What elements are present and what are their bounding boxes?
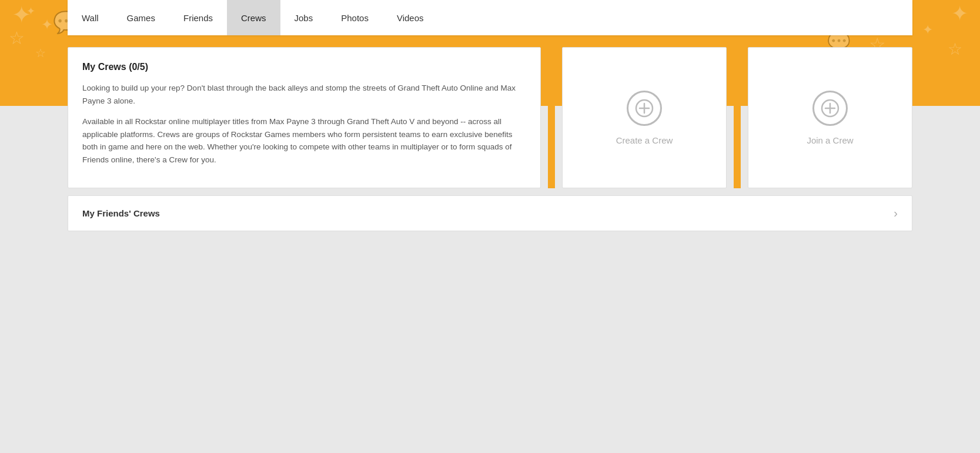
join-crew-icon [812, 91, 848, 126]
nav-item-friends[interactable]: Friends [169, 0, 227, 35]
nav-item-wall[interactable]: Wall [68, 0, 113, 35]
deco-icon-5: ☆ [35, 47, 46, 59]
deco-icon-3: ✦ [26, 6, 35, 16]
plus-circle-svg [635, 99, 654, 118]
join-crew-card[interactable]: Join a Crew [748, 47, 912, 188]
my-crews-title: My Crews (0/5) [82, 62, 526, 72]
nav-item-games[interactable]: Games [113, 0, 169, 35]
deco-icon-8: ☆ [948, 41, 962, 58]
main-content-row: My Crews (0/5) Looking to build up your … [68, 47, 912, 188]
orange-divider-bar-2 [734, 47, 741, 188]
my-crews-card: My Crews (0/5) Looking to build up your … [68, 47, 541, 188]
deco-icon-4: ☆ [9, 29, 25, 47]
nav-item-jobs[interactable]: Jobs [280, 0, 327, 35]
friends-crews-section[interactable]: My Friends' Crews › [68, 195, 912, 231]
my-crews-paragraph2: Available in all Rockstar online multipl… [82, 115, 526, 166]
navigation-bar: Wall Games Friends Crews Jobs Photos Vid… [68, 0, 912, 35]
create-crew-label: Create a Crew [616, 135, 673, 145]
orange-divider-bar [548, 47, 555, 188]
create-crew-icon [627, 91, 662, 126]
deco-icon-6: ✦ [951, 3, 968, 24]
chevron-right-icon: › [894, 206, 898, 220]
nav-item-crews[interactable]: Crews [227, 0, 280, 35]
create-crew-card[interactable]: Create a Crew [562, 47, 727, 188]
deco-icon-2: ✦ [41, 18, 53, 32]
nav-item-photos[interactable]: Photos [327, 0, 383, 35]
join-crew-label: Join a Crew [807, 135, 853, 145]
deco-icon-7: ✦ [922, 24, 933, 36]
my-crews-paragraph1: Looking to build up your rep? Don't blas… [82, 82, 526, 107]
friends-crews-title: My Friends' Crews [82, 208, 160, 218]
nav-item-videos[interactable]: Videos [383, 0, 438, 35]
join-plus-circle-svg [821, 99, 839, 118]
